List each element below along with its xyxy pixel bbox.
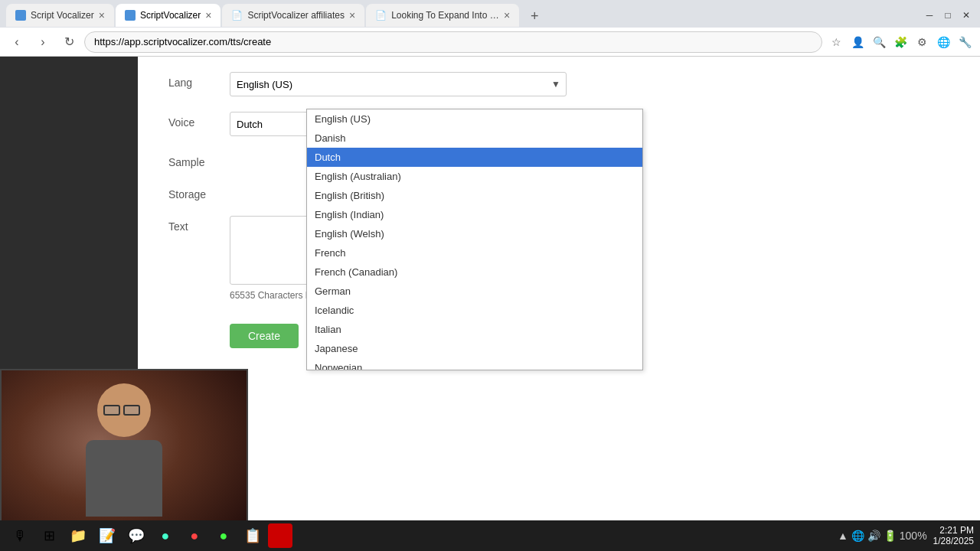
taskbar-start-icon[interactable]: ⊞ [35,522,63,549]
sys-tray: ▲ 🌐 🔊 🔋 100% [838,530,927,542]
taskbar-mic-icon[interactable]: 🎙 [6,522,34,549]
lang-dropdown[interactable]: English (US)DanishDutchEnglish (Australi… [306,109,643,370]
glass-left [103,405,120,416]
dropdown-item[interactable]: German [307,282,642,301]
tab-2-label: ScriptVocalizer [140,10,201,21]
tab-3[interactable]: 📄 ScriptVocalizer affiliates × [222,4,364,27]
lang-label: Lang [168,72,230,89]
lang-row: Lang English (US) ▼ [168,72,949,96]
maximize-button[interactable]: □ [940,8,956,23]
tray-arrow-icon[interactable]: ▲ [838,530,848,542]
ext-icon-6[interactable]: 🔧 [956,33,974,51]
lang-select-wrapper: English (US) ▼ [230,72,567,96]
taskbar-date-display: 1/28/2025 [933,536,974,546]
tab-bar-container: Script Vocalizer × ScriptVocalizer × 📄 S… [0,0,980,28]
dropdown-item[interactable]: French (Canadian) [307,262,642,282]
tab-4[interactable]: 📄 Looking To Expand Into Web Ma... × [366,4,519,27]
ext-icon-3[interactable]: 🧩 [891,33,910,51]
tab-2-favicon [125,10,136,21]
dropdown-item[interactable]: English (British) [307,186,642,205]
taskbar-clipboard-icon[interactable]: 📋 [239,522,266,549]
tray-battery-icon[interactable]: 🔋 [884,530,897,542]
forward-button[interactable]: › [32,31,54,53]
taskbar-folder-icon[interactable]: 📁 [64,522,92,549]
tab-bar: Script Vocalizer × ScriptVocalizer × 📄 S… [6,4,545,27]
person-silhouette [63,383,185,536]
ext-icon-2[interactable]: 🔍 [870,33,888,51]
browser-chrome: Script Vocalizer × ScriptVocalizer × 📄 S… [0,0,980,57]
taskbar-app-icons: 🎙 ⊞ 📁 📝 💬 ● ● ● 📋 [6,522,292,549]
dropdown-item[interactable]: Italian [307,320,642,339]
create-button[interactable]: Create [230,324,299,348]
person-glasses [103,405,140,416]
toolbar-icons: ☆ 👤 🔍 🧩 ⚙ 🌐 🔧 [827,33,974,51]
tray-network-icon[interactable]: 🌐 [851,530,864,542]
dropdown-list: English (US)DanishDutchEnglish (Australi… [307,109,642,370]
dropdown-item[interactable]: Danish [307,129,642,148]
person-head [97,383,151,437]
tab-4-label: Looking To Expand Into Web Ma... [391,10,499,21]
dropdown-item[interactable]: English (Indian) [307,205,642,224]
back-button[interactable]: ‹ [6,31,28,53]
taskbar: 🎙 ⊞ 📁 📝 💬 ● ● ● 📋 ▲ 🌐 🔊 🔋 100% 2:21 PM 1… [0,520,980,551]
taskbar-time-display: 2:21 PM [933,525,974,536]
glass-right [123,405,140,416]
person-body [86,440,162,517]
tab-1-favicon [15,10,26,21]
dropdown-item[interactable]: French [307,243,642,262]
lang-select[interactable]: English (US) [230,72,567,96]
tray-battery-pct: 100% [900,530,927,542]
ext-icon-4[interactable]: ⚙ [913,33,931,51]
new-tab-button[interactable]: + [524,5,545,27]
voice-label: Voice [168,112,230,129]
main-area: Lang English (US) ▼ Voice Dutch ▼ Sample [138,57,980,520]
tab-1-close[interactable]: × [99,10,105,21]
tab-2[interactable]: ScriptVocalizer × [116,4,221,27]
bookmark-icon[interactable]: ☆ [827,33,845,51]
taskbar-blue-icon[interactable]: ● [152,522,179,549]
ext-icon-1[interactable]: 👤 [848,33,867,51]
reload-button[interactable]: ↻ [58,31,80,53]
taskbar-red2-icon[interactable] [268,523,292,548]
minimize-button[interactable]: ─ [922,8,937,23]
dropdown-item[interactable]: English (US) [307,109,642,129]
tray-sound-icon[interactable]: 🔊 [867,530,880,542]
taskbar-chat-icon[interactable]: 💬 [122,522,150,549]
tab-1[interactable]: Script Vocalizer × [6,4,114,27]
window-controls: ─ □ ✕ [922,8,974,23]
address-bar[interactable] [84,31,822,53]
taskbar-right: ▲ 🌐 🔊 🔋 100% 2:21 PM 1/28/2025 [838,525,974,546]
tab-2-close[interactable]: × [205,10,211,21]
tab-1-label: Script Vocalizer [31,10,94,21]
dropdown-item[interactable]: Japanese [307,339,642,358]
dropdown-item[interactable]: Icelandic [307,301,642,320]
dropdown-item[interactable]: Dutch [307,148,642,167]
tab-3-close[interactable]: × [349,10,355,21]
close-button[interactable]: ✕ [959,8,974,23]
dropdown-item[interactable]: Norwegian [307,358,642,370]
taskbar-clock[interactable]: 2:21 PM 1/28/2025 [933,525,974,546]
taskbar-notes-icon[interactable]: 📝 [93,522,121,549]
sample-label: Sample [168,152,230,168]
text-label: Text [168,216,230,233]
tab-3-label: ScriptVocalizer affiliates [247,10,345,21]
tab-4-close[interactable]: × [504,10,510,21]
ext-icon-5[interactable]: 🌐 [934,33,952,51]
storage-label: Storage [168,184,230,201]
taskbar-red-icon[interactable]: ● [181,522,208,549]
dropdown-item[interactable]: English (Welsh) [307,224,642,243]
taskbar-green-icon[interactable]: ● [210,522,237,549]
dropdown-item[interactable]: English (Australian) [307,167,642,186]
browser-toolbar: ‹ › ↻ ☆ 👤 🔍 🧩 ⚙ 🌐 🔧 [0,28,980,57]
